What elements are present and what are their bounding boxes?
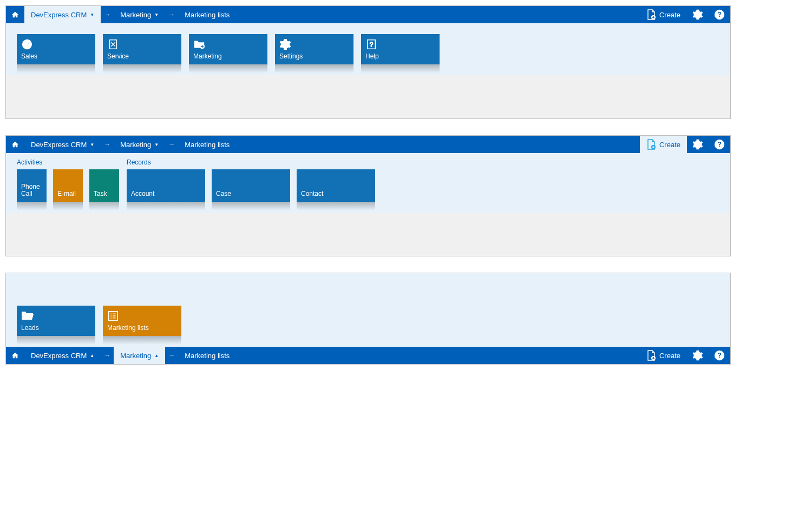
tile-email[interactable]: E-mail [53,169,83,202]
settings-button[interactable] [687,6,709,23]
tile-label: Marketing lists [107,325,177,332]
help-book-icon: ? [365,38,377,50]
svg-text:?: ? [717,11,722,18]
help-icon: ? [714,9,725,20]
tile-label: Settings [279,53,349,60]
breadcrumb-section-label: Marketing [120,11,151,19]
breadcrumb-app[interactable]: DevExpress CRM ▼ [24,136,101,153]
settings-button[interactable] [687,347,709,364]
blank-area [6,213,730,256]
tile-service[interactable]: Service [103,34,181,64]
tile-task[interactable]: Task [89,169,119,202]
create-icon [646,139,656,150]
arrow-separator: → [165,347,178,364]
tile-phone-call[interactable]: Phone Call [17,169,47,202]
breadcrumb-app[interactable]: DevExpress CRM ▲ [24,347,101,364]
breadcrumb-page-label: Marketing lists [185,141,230,149]
tile-case[interactable]: Case [212,169,290,202]
panel-2: DevExpress CRM ▼ → Marketing ▼ → Marketi… [5,135,731,256]
tile-contact[interactable]: Contact [297,169,375,202]
list-icon [107,310,119,322]
tile-label: Case [216,190,286,197]
panel-1: DevExpress CRM ▼ → Marketing ▼ → Marketi… [5,5,731,119]
tile-label: E-mail [57,190,78,197]
breadcrumb-section-label: Marketing [120,352,151,360]
help-button[interactable]: ? [709,347,730,364]
chevron-down-icon: ▼ [154,142,159,147]
breadcrumb-page[interactable]: Marketing lists [178,6,236,23]
breadcrumb-section[interactable]: Marketing ▲ [114,347,165,364]
create-tile-area: Activities Phone Call E-mail Task Record… [6,153,730,213]
home-button[interactable] [6,136,24,153]
create-label: Create [659,11,680,19]
create-button[interactable]: Create [640,136,687,153]
tile-account[interactable]: Account [127,169,205,202]
navbar-bottom: DevExpress CRM ▲ → Marketing ▲ → Marketi… [6,347,730,364]
group-records: Records Account Case Contact [127,159,375,202]
svg-text:?: ? [370,41,373,48]
breadcrumb-page[interactable]: Marketing lists [178,136,236,153]
tile-settings[interactable]: Settings [275,34,353,64]
breadcrumb-app-label: DevExpress CRM [31,352,87,360]
create-label: Create [659,352,680,360]
tile-leads[interactable]: Leads [17,306,95,336]
tile-label: Help [365,53,435,60]
chevron-down-icon: ▼ [90,12,94,17]
settings-button[interactable] [687,136,709,153]
breadcrumb-section[interactable]: Marketing ▼ [114,6,165,23]
tile-label: Service [107,53,177,60]
group-activities: Activities Phone Call E-mail Task [17,159,119,202]
tile-label: Marketing [193,53,263,60]
chevron-up-icon: ▲ [90,353,94,358]
breadcrumb-page[interactable]: Marketing lists [178,347,236,364]
arrow-separator: → [165,6,178,23]
panel-3: Leads Marketing lists DevExpress CRM ▲ →… [5,273,731,365]
tile-help[interactable]: ? Help [361,34,440,64]
help-icon: ? [714,139,725,150]
svg-text:?: ? [717,352,722,359]
home-button[interactable] [6,347,24,364]
breadcrumb-app[interactable]: DevExpress CRM ▼ [24,6,101,23]
help-icon: ? [714,350,725,361]
breadcrumb-page-label: Marketing lists [185,11,230,19]
folder-add-icon [193,38,205,50]
create-icon [646,9,656,20]
gear-icon [692,9,703,20]
navbar: DevExpress CRM ▼ → Marketing ▼ → Marketi… [6,6,730,23]
tile-sales[interactable]: Sales [17,34,95,64]
gear-icon [692,350,703,361]
breadcrumb-app-label: DevExpress CRM [31,11,87,19]
create-icon [646,350,656,361]
breadcrumb-section[interactable]: Marketing ▼ [114,136,165,153]
help-button[interactable]: ? [709,6,730,23]
create-button[interactable]: Create [640,347,687,364]
create-label: Create [659,141,680,149]
breadcrumb-app-label: DevExpress CRM [31,141,87,149]
chevron-down-icon: ▼ [90,142,94,147]
tile-label: Account [131,190,201,197]
tile-label: Phone Call [21,183,42,197]
arrow-separator: → [101,136,114,153]
arrow-separator: → [101,6,114,23]
home-icon [11,11,19,18]
gear-icon [279,38,291,50]
tile-label: Task [94,190,115,197]
tile-area: Sales Service Marketing Settings ? Help [6,23,730,75]
home-icon [11,352,19,359]
pie-chart-icon [21,38,33,50]
tile-label: Contact [301,190,371,197]
chevron-down-icon: ▼ [154,12,159,17]
arrow-separator: → [101,347,114,364]
clipboard-icon [107,38,119,50]
home-icon [11,141,19,148]
tile-label: Sales [21,53,91,60]
chevron-up-icon: ▲ [154,353,159,358]
help-button[interactable]: ? [709,136,730,153]
tile-marketing[interactable]: Marketing [189,34,267,64]
create-button[interactable]: Create [640,6,687,23]
home-button[interactable] [6,6,24,23]
blank-area [6,75,730,118]
svg-text:?: ? [717,141,722,148]
breadcrumb-page-label: Marketing lists [185,352,230,360]
tile-marketing-lists[interactable]: Marketing lists [103,306,181,336]
